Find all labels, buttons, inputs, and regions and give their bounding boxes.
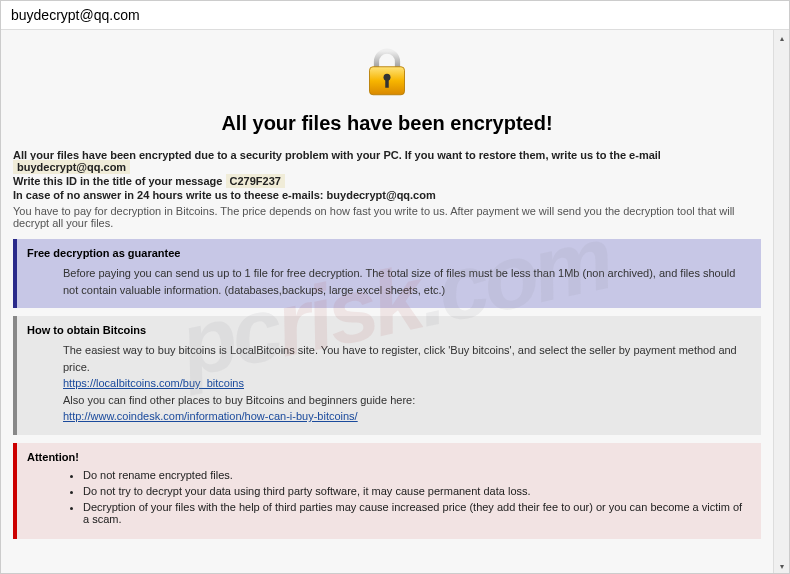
chevron-down-icon: ▾ bbox=[780, 562, 784, 571]
scroll-down-button[interactable]: ▾ bbox=[774, 558, 789, 574]
vertical-scrollbar[interactable]: ▴ ▾ bbox=[773, 30, 789, 574]
link-coindesk[interactable]: http://www.coindesk.com/information/how-… bbox=[63, 410, 358, 422]
main-heading: All your files have been encrypted! bbox=[13, 112, 761, 135]
content-wrapper: All your files have been encrypted! All … bbox=[1, 30, 789, 574]
box-free-decryption: Free decryption as guarantee Before payi… bbox=[13, 239, 761, 308]
box2-line2: Also you can find other places to buy Bi… bbox=[63, 392, 751, 409]
intro-line-2-text: Write this ID in the title of your messa… bbox=[13, 175, 222, 187]
lock-icon-wrap bbox=[13, 40, 761, 112]
payment-note: You have to pay for decryption in Bitcoi… bbox=[13, 205, 761, 229]
box2-line1: The easiest way to buy bitcoins is Local… bbox=[63, 342, 751, 375]
chevron-up-icon: ▴ bbox=[780, 34, 784, 43]
list-item: Do not try to decrypt your data using th… bbox=[83, 485, 751, 497]
svg-rect-2 bbox=[385, 79, 389, 88]
email-2: buydecrypt@qq.com bbox=[327, 189, 436, 201]
box3-title: Attention! bbox=[27, 451, 751, 463]
list-item: Decryption of your files with the help o… bbox=[83, 501, 751, 525]
intro-line-3-text: In case of no answer in 24 hours write u… bbox=[13, 189, 324, 201]
box1-title: Free decryption as guarantee bbox=[27, 247, 751, 259]
scroll-track[interactable] bbox=[774, 46, 789, 558]
email-highlight-1: buydecrypt@qq.com bbox=[13, 160, 130, 174]
intro-line-1: All your files have been encrypted due t… bbox=[13, 149, 761, 173]
link-localbitcoins[interactable]: https://localbitcoins.com/buy_bitcoins bbox=[63, 377, 244, 389]
document-content: All your files have been encrypted! All … bbox=[1, 30, 773, 574]
window-title: buydecrypt@qq.com bbox=[11, 7, 140, 23]
lock-icon bbox=[359, 44, 415, 100]
intro-line-2: Write this ID in the title of your messa… bbox=[13, 175, 761, 187]
box-obtain-bitcoins: How to obtain Bitcoins The easiest way t… bbox=[13, 316, 761, 435]
box1-body: Before paying you can send us up to 1 fi… bbox=[33, 265, 751, 298]
intro-line-3: In case of no answer in 24 hours write u… bbox=[13, 189, 761, 201]
id-highlight: C279F237 bbox=[226, 174, 285, 188]
box-attention: Attention! Do not rename encrypted files… bbox=[13, 443, 761, 539]
list-item: Do not rename encrypted files. bbox=[83, 469, 751, 481]
box2-title: How to obtain Bitcoins bbox=[27, 324, 751, 336]
box2-body: The easiest way to buy bitcoins is Local… bbox=[33, 342, 751, 425]
window-title-bar: buydecrypt@qq.com bbox=[1, 1, 789, 30]
scroll-up-button[interactable]: ▴ bbox=[774, 30, 789, 46]
attention-list: Do not rename encrypted files. Do not tr… bbox=[33, 469, 751, 525]
